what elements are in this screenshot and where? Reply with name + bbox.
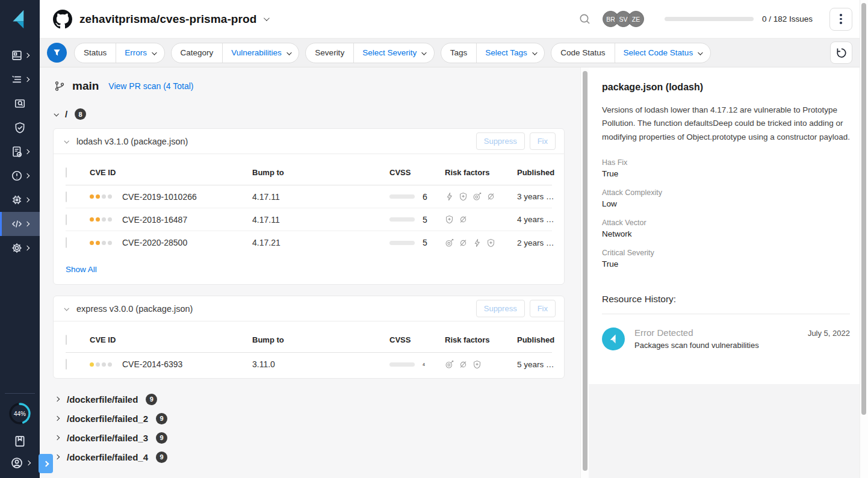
history-divider [602,314,850,314]
folder-row[interactable]: /dockerfile/failed 9 [53,390,580,409]
filter-pill: Category Vulnerabilities [171,43,300,63]
filter-pill-dropdown[interactable]: Select Severity [354,48,434,57]
cve-table-header: CVE ID Bump to CVSS Risk factors Publish… [66,327,552,353]
row-checkbox[interactable] [66,214,67,225]
detail-pane-empty-area [589,384,868,478]
published-age: 2 years … [517,238,554,247]
filter-pill-dropdown[interactable]: Errors [116,48,164,57]
select-all-checkbox[interactable] [66,167,67,178]
severity-dot [96,241,100,245]
filter-pill-label: Tags [441,48,477,57]
row-checkbox[interactable] [66,237,67,248]
folder-path: /dockerfile/failed_2 [67,414,148,424]
chevron-right-icon [25,197,29,202]
filter-button[interactable] [47,43,67,63]
list-icon [11,73,23,85]
cvss-bar [389,194,415,199]
fix-button[interactable]: Fix [530,132,556,150]
collapse-chevron-icon[interactable] [64,138,69,143]
results-scrollbar-thumb[interactable] [583,71,587,471]
sidebar-item-settings[interactable] [0,236,40,260]
brand-logo[interactable] [0,0,40,39]
sidebar-item-policies[interactable] [0,67,40,92]
chevron-right-icon [25,173,29,178]
chevron-right-icon [25,222,29,226]
avatar-group: BRSVZE [603,11,644,27]
history-entries: Error Detected Packages scan found vulne… [602,327,850,350]
document-check-icon [11,146,23,158]
detail-field: Attack Complexity Low [602,188,850,208]
cve-table-row[interactable]: CVE-2018-16487 4.17.11 5 4 years … [66,208,552,231]
folder-row[interactable]: /dockerfile/failed_2 9 [53,409,580,428]
root-folder-toggle[interactable]: / 8 [54,108,580,120]
usage-percent-label: 44% [7,401,33,426]
published-age: 4 years … [517,215,554,224]
sidebar-item-code-active[interactable] [0,212,40,236]
reset-icon [835,47,848,59]
bump-to-version: 4.17.21 [252,238,373,247]
cve-table-row[interactable]: CVE-2020-28500 4.17.21 5 2 years … [66,231,552,254]
sidebar-expand-button[interactable] [39,454,53,473]
severity-dot [96,362,100,367]
sidebar-item-supply-chain[interactable] [0,188,40,212]
detail-field-value: Network [602,229,850,238]
branch-row: main View PR scan (4 Total) [53,76,580,94]
col-header-cve-id: CVE ID [90,335,252,344]
detail-field-label: Critical Severity [602,249,850,257]
severity-dots [90,362,114,367]
filter-pill-dropdown[interactable]: Select Code Status [615,48,710,57]
repo-selector[interactable]: zehavitprisma/cves-prisma-prod [53,10,268,29]
collapse-chevron-icon[interactable] [64,306,69,311]
filter-bar: Status Errors Category Vulnerabilities S… [40,39,868,67]
branch-name: main [72,79,99,93]
search-icon[interactable] [578,13,592,26]
suppress-button[interactable]: Suppress [476,132,525,150]
sidebar-item-image-scan[interactable] [0,92,40,116]
severity-dot [90,362,94,367]
window-scrollbar-thumb[interactable] [861,3,866,415]
cve-table-row[interactable]: CVE-2014-6393 3.11.0 4 5 years … [66,353,552,376]
sidebar-item-compliance[interactable] [0,116,40,140]
bump-to-version: 4.17.11 [252,192,373,202]
folder-count-badge: 9 [156,413,167,424]
row-checkbox[interactable] [66,191,67,202]
dashboard-icon [11,49,23,61]
sidebar-item-incidents[interactable] [0,164,40,188]
target-icon [445,360,454,369]
issues-progress: 0 / 182 Issues [665,14,813,23]
filter-pill-value: Select Tags [485,48,527,57]
filter-pill-label: Category [172,48,223,57]
select-all-checkbox[interactable] [66,335,67,345]
cvss-score: 5 [423,238,427,247]
filter-pill-dropdown[interactable]: Select Tags [477,48,544,57]
folder-row[interactable]: /dockerfile/failed_3 9 [53,428,580,447]
filter-pill-dropdown[interactable]: Vulnerabilities [223,48,299,57]
cve-table-row[interactable]: CVE-2019-1010266 4.17.11 6 3 years … [66,185,552,208]
sidebar-item-dashboard[interactable] [0,43,40,67]
sidebar-item-docs[interactable] [13,435,26,448]
avatar[interactable]: ZE [628,11,644,27]
published-age: 5 years … [517,360,554,369]
show-all-link[interactable]: Show All [66,265,97,274]
severity-dot [90,241,94,245]
history-entry: Error Detected Packages scan found vulne… [602,327,850,350]
published-age: 3 years … [517,192,554,201]
sidebar-item-account[interactable] [10,456,30,470]
folder-row[interactable]: /dockerfile/failed_4 9 [53,447,580,467]
col-header-risk-factors: Risk factors [445,168,517,177]
severity-dot [102,194,106,199]
suppress-button[interactable]: Suppress [476,300,525,317]
severity-dot [108,362,112,367]
package-card: express v3.0.0 (package.json) Suppress F… [53,296,565,379]
overflow-menu-button[interactable] [829,8,852,31]
filter-pill: Code Status Select Code Status [551,43,710,63]
view-pr-scan-link[interactable]: View PR scan (4 Total) [108,81,193,91]
col-header-cvss: CVSS [373,335,445,344]
shield-plus-icon [445,215,454,224]
fix-button[interactable]: Fix [530,300,556,317]
history-event-subtitle: Packages scan found vulnerabilities [634,341,759,350]
sidebar-item-checklist[interactable] [0,140,40,164]
risk-factor-icons [445,238,517,247]
reset-filters-button[interactable] [830,42,852,64]
row-checkbox[interactable] [66,359,67,370]
